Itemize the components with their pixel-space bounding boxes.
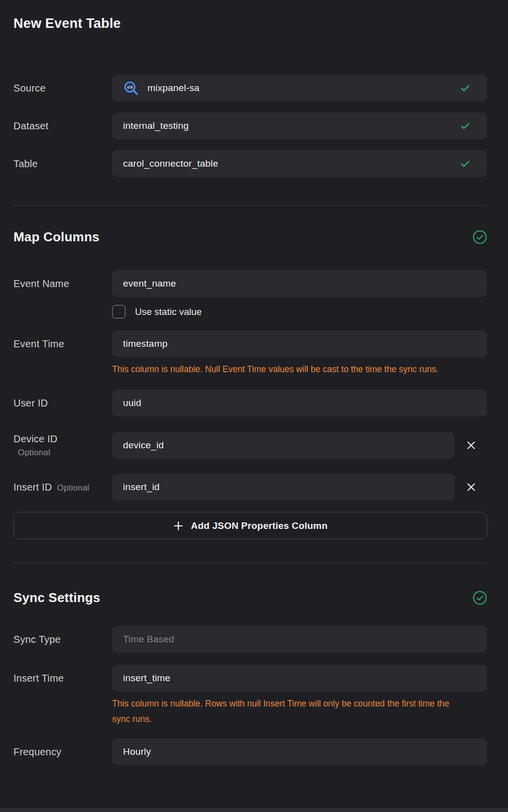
event-time-warning: This column is nullable. Null Event Time… bbox=[112, 362, 463, 377]
insert-time-value: insert_time bbox=[123, 673, 170, 684]
sync-settings-heading: Sync Settings bbox=[13, 590, 101, 606]
valid-check-icon bbox=[459, 120, 471, 132]
page-title: New Event Table bbox=[13, 15, 487, 32]
device-id-row: Device ID Optional device_id bbox=[13, 432, 487, 459]
add-json-properties-label: Add JSON Properties Column bbox=[191, 520, 327, 531]
event-time-row: Event Time timestamp bbox=[13, 330, 487, 357]
valid-check-icon bbox=[459, 158, 471, 170]
new-event-table-form: New Event Table Source mixpanel-sa Datas… bbox=[0, 0, 487, 765]
table-select[interactable]: carol_connector_table bbox=[112, 150, 487, 177]
device-id-optional-label: Optional bbox=[13, 448, 112, 458]
insert-id-select[interactable]: insert_id bbox=[112, 474, 455, 501]
bigquery-search-icon bbox=[123, 80, 139, 97]
source-label: Source bbox=[13, 83, 112, 94]
map-columns-heading: Map Columns bbox=[13, 229, 100, 245]
table-value: carol_connector_table bbox=[123, 158, 218, 169]
sync-type-row: Sync Type Time Based bbox=[13, 626, 487, 653]
device-id-value: device_id bbox=[123, 440, 164, 451]
source-select[interactable]: mixpanel-sa bbox=[112, 75, 487, 102]
dataset-label: Dataset bbox=[13, 120, 112, 132]
use-static-value-label: Use static value bbox=[135, 306, 202, 317]
dataset-row: Dataset internal_testing bbox=[13, 112, 487, 139]
device-id-label-block: Device ID Optional bbox=[13, 433, 112, 458]
event-time-select[interactable]: timestamp bbox=[112, 330, 487, 357]
user-id-row: User ID uuid bbox=[13, 390, 487, 416]
insert-time-label: Insert Time bbox=[13, 673, 112, 684]
event-name-label: Event Name bbox=[13, 278, 112, 290]
static-value-row: Use static value bbox=[112, 305, 487, 318]
section-divider bbox=[13, 205, 487, 205]
close-icon bbox=[466, 440, 477, 451]
frequency-select[interactable]: Hourly bbox=[112, 738, 487, 765]
insert-id-remove-wrap bbox=[455, 479, 487, 496]
user-id-label: User ID bbox=[13, 398, 112, 409]
frequency-row: Frequency Hourly bbox=[13, 738, 487, 765]
user-id-select[interactable]: uuid bbox=[112, 390, 487, 416]
add-json-properties-button[interactable]: Add JSON Properties Column bbox=[13, 512, 487, 539]
device-id-remove-button[interactable] bbox=[463, 437, 480, 454]
frequency-value: Hourly bbox=[123, 746, 151, 757]
valid-check-icon bbox=[459, 82, 471, 94]
event-name-row: Event Name event_name bbox=[13, 270, 487, 297]
plus-icon bbox=[173, 520, 184, 531]
insert-time-select[interactable]: insert_time bbox=[112, 665, 487, 692]
table-row: Table carol_connector_table bbox=[13, 150, 487, 177]
event-time-label: Event Time bbox=[13, 338, 112, 350]
device-id-label: Device ID bbox=[13, 433, 112, 445]
sync-settings-header: Sync Settings bbox=[13, 590, 487, 606]
insert-id-remove-button[interactable] bbox=[463, 479, 480, 496]
insert-id-label-block: Insert IDOptional bbox=[13, 482, 112, 493]
sync-type-select: Time Based bbox=[112, 626, 487, 653]
source-value: mixpanel-sa bbox=[147, 83, 200, 94]
section-complete-icon bbox=[473, 591, 487, 605]
map-columns-header: Map Columns bbox=[13, 229, 487, 245]
insert-time-warning: This column is nullable. Rows with null … bbox=[112, 696, 463, 727]
frequency-label: Frequency bbox=[13, 746, 112, 758]
section-complete-icon bbox=[473, 230, 487, 244]
event-name-select[interactable]: event_name bbox=[112, 270, 487, 297]
dataset-value: internal_testing bbox=[123, 120, 189, 131]
insert-id-optional-label: Optional bbox=[57, 483, 89, 493]
insert-id-row: Insert IDOptional insert_id bbox=[13, 474, 487, 501]
user-id-value: uuid bbox=[123, 398, 141, 408]
table-label: Table bbox=[13, 158, 112, 170]
insert-id-label: Insert ID bbox=[13, 482, 52, 493]
insert-id-value: insert_id bbox=[123, 482, 160, 493]
device-id-remove-wrap bbox=[455, 437, 487, 454]
section-divider bbox=[13, 562, 487, 563]
device-id-select[interactable]: device_id bbox=[112, 432, 455, 459]
next-panel-edge bbox=[0, 808, 508, 812]
sync-type-value: Time Based bbox=[123, 634, 174, 645]
source-row: Source mixpanel-sa bbox=[13, 75, 487, 102]
event-time-value: timestamp bbox=[123, 338, 167, 349]
event-name-value: event_name bbox=[123, 278, 176, 289]
dataset-select[interactable]: internal_testing bbox=[112, 112, 487, 139]
sync-type-label: Sync Type bbox=[13, 634, 112, 645]
insert-time-row: Insert Time insert_time bbox=[13, 665, 487, 692]
use-static-value-checkbox[interactable] bbox=[112, 305, 126, 318]
close-icon bbox=[466, 482, 477, 493]
